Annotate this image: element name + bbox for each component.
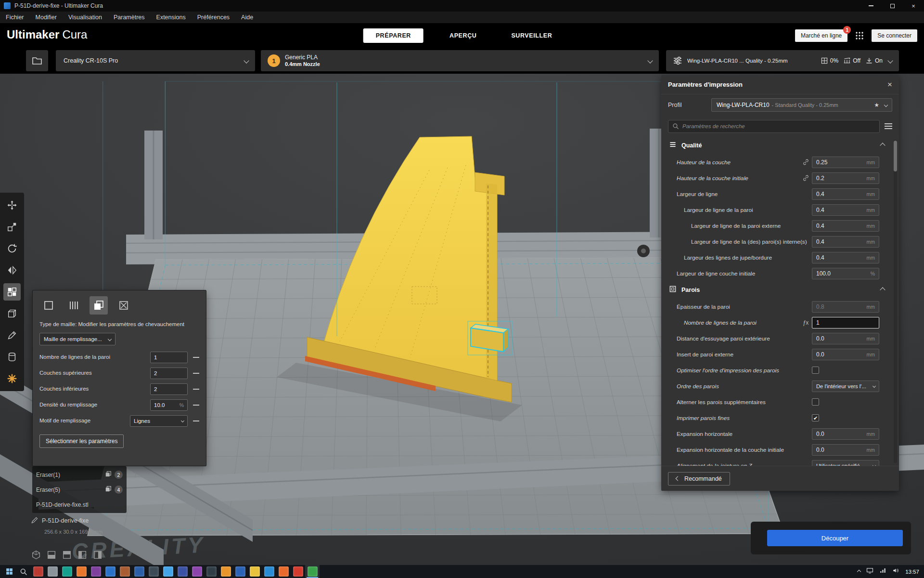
taskbar-app-icon[interactable]	[276, 565, 291, 578]
normal-mesh-button[interactable]	[39, 296, 58, 315]
setting-value-field[interactable]: 0.0mm	[812, 333, 879, 344]
star-icon[interactable]: ★	[874, 102, 879, 108]
taskbar-app-icon[interactable]	[161, 565, 175, 578]
per-model-settings-tool-button[interactable]	[3, 283, 21, 301]
taskbar-app-icon[interactable]	[132, 565, 146, 578]
taskbar-app-icon[interactable]	[233, 565, 247, 578]
view-right-button[interactable]	[92, 550, 103, 560]
setting-value-field[interactable]: 2	[150, 383, 188, 395]
taskbar-app-icon[interactable]	[89, 565, 103, 578]
tab-preparer[interactable]: PRÉPARER	[363, 28, 424, 43]
taskbar-app-icon[interactable]	[175, 565, 190, 578]
remove-setting-button[interactable]	[188, 357, 199, 358]
taskbar-app-icon[interactable]	[74, 565, 89, 578]
taskbar-app-icon[interactable]	[247, 565, 262, 578]
rotate-tool-button[interactable]	[3, 240, 21, 257]
scrollbar-thumb[interactable]	[894, 141, 897, 171]
setting-dropdown[interactable]: Lignes	[130, 415, 188, 427]
mirror-tool-button[interactable]	[3, 262, 21, 279]
menu-modifier[interactable]: Modifier	[36, 14, 57, 21]
view-3d-button[interactable]	[31, 550, 41, 560]
marketplace-button[interactable]: Marché en ligne 1	[795, 29, 847, 42]
taskbar-app-icon[interactable]	[31, 565, 45, 578]
setting-value-field[interactable]: 100.0%	[812, 268, 879, 279]
setting-value-field[interactable]: 0.4mm	[812, 188, 879, 200]
profile-dropdown[interactable]: Wing-LW-PLA-CR10 - Standard Quality - 0.…	[711, 98, 892, 112]
setting-value-field[interactable]: 0.4mm	[812, 252, 879, 263]
taskbar-app-icon[interactable]	[103, 565, 117, 578]
pen-tool-button[interactable]	[3, 327, 21, 344]
select-settings-button[interactable]: Sélectionner les paramètres	[39, 434, 124, 448]
setting-value-field[interactable]: 0.0mm	[812, 428, 879, 440]
taskbar-app-icon[interactable]	[262, 565, 276, 578]
tray-display-icon[interactable]	[866, 567, 873, 576]
taskbar-app-icon[interactable]	[146, 565, 161, 578]
remove-setting-button[interactable]	[188, 373, 199, 374]
viewport-3d[interactable]: CREALITY Type de maille: Modifier les pa…	[0, 74, 924, 565]
move-tool-button[interactable]	[3, 197, 21, 214]
menu-visualisation[interactable]: Visualisation	[68, 14, 102, 21]
sign-in-button[interactable]: Se connecter	[872, 29, 917, 42]
menu-preferences[interactable]: Préférences	[197, 14, 230, 21]
minimize-button[interactable]	[860, 0, 882, 12]
open-file-button[interactable]	[26, 50, 48, 71]
scale-tool-button[interactable]	[3, 218, 21, 236]
taskbar-app-icon[interactable]	[117, 565, 132, 578]
model-name[interactable]: P-51D-derive-fixe	[42, 517, 89, 524]
setting-value-field[interactable]: 0.2mm	[812, 172, 879, 184]
taskbar-app-icon[interactable]	[291, 565, 305, 578]
view-top-button[interactable]	[62, 550, 72, 560]
setting-value-field[interactable]: 0.0mm	[812, 349, 879, 360]
tray-network-icon[interactable]	[879, 567, 886, 576]
setting-dropdown[interactable]: De l'intérieur vers l'...	[812, 381, 879, 392]
view-left-button[interactable]	[77, 550, 88, 560]
remove-setting-button[interactable]	[188, 405, 199, 406]
settings-menu-icon[interactable]	[885, 123, 892, 129]
taskbar-app-icon[interactable]	[305, 565, 320, 578]
object-list-item[interactable]: P-51D-derive-fixe.stl	[32, 497, 127, 512]
setting-value-field[interactable]: 0.4mm	[812, 236, 879, 248]
view-front-button[interactable]	[46, 550, 57, 560]
setting-value-field[interactable]: 0.4mm	[812, 220, 879, 232]
slice-button[interactable]: Découper	[767, 530, 903, 546]
start-button[interactable]	[2, 565, 16, 578]
remove-setting-button[interactable]	[188, 389, 199, 390]
setting-value-field[interactable]: 1	[812, 317, 879, 328]
scrollbar[interactable]	[894, 140, 897, 463]
cylinder-tool-button[interactable]	[3, 348, 21, 366]
setting-dropdown[interactable]: Utilisateur spécifié	[812, 460, 879, 466]
taskbar-app-icon[interactable]	[45, 565, 60, 578]
setting-checkbox[interactable]	[812, 398, 819, 406]
maximize-button[interactable]	[882, 0, 903, 12]
taskbar-app-icon[interactable]	[218, 565, 233, 578]
taskbar-search-icon[interactable]	[16, 565, 31, 578]
close-button[interactable]: ×	[903, 0, 924, 12]
setting-value-field[interactable]: 0.25mm	[812, 157, 879, 168]
setting-value-field[interactable]: 0.0mm	[812, 444, 879, 456]
tray-volume-icon[interactable]	[892, 567, 899, 576]
taskbar-app-icon[interactable]	[190, 565, 204, 578]
setting-checkbox[interactable]	[812, 367, 819, 374]
section-header-qualite[interactable]: Qualité	[661, 137, 899, 154]
recommended-mode-button[interactable]: Recommandé	[668, 472, 730, 486]
object-list-item[interactable]: Eraser(5)4	[32, 482, 127, 497]
setting-value-field[interactable]: 0.8mm	[812, 301, 879, 313]
setting-value-field[interactable]: 0.4mm	[812, 204, 879, 216]
print-setup-selector[interactable]: Wing-LW-PLA-CR10 ... Quality - 0.25mm 0%…	[666, 50, 899, 71]
print-as-support-button[interactable]	[64, 296, 83, 315]
setting-value-field[interactable]: 1	[150, 352, 188, 363]
plugin-tool-button[interactable]	[3, 370, 21, 387]
material-selector[interactable]: 1 Generic PLA 0.4mm Nozzle	[261, 50, 659, 71]
apps-grid-icon[interactable]	[855, 31, 864, 40]
taskbar-app-icon[interactable]	[204, 565, 218, 578]
tab-surveiller[interactable]: SURVEILLER	[502, 28, 561, 43]
close-icon[interactable]: ×	[887, 80, 892, 89]
modify-overlap-button[interactable]	[90, 296, 108, 315]
object-list-item[interactable]: Eraser(1)2	[32, 467, 127, 482]
remove-setting-button[interactable]	[188, 420, 199, 421]
setting-checkbox[interactable]: ✔	[812, 414, 819, 421]
menu-extensions[interactable]: Extensions	[156, 14, 186, 21]
menu-fichier[interactable]: Fichier	[6, 14, 24, 21]
anti-overhang-button[interactable]	[115, 296, 133, 315]
printer-selector[interactable]: Creality CR-10S Pro	[56, 50, 255, 71]
